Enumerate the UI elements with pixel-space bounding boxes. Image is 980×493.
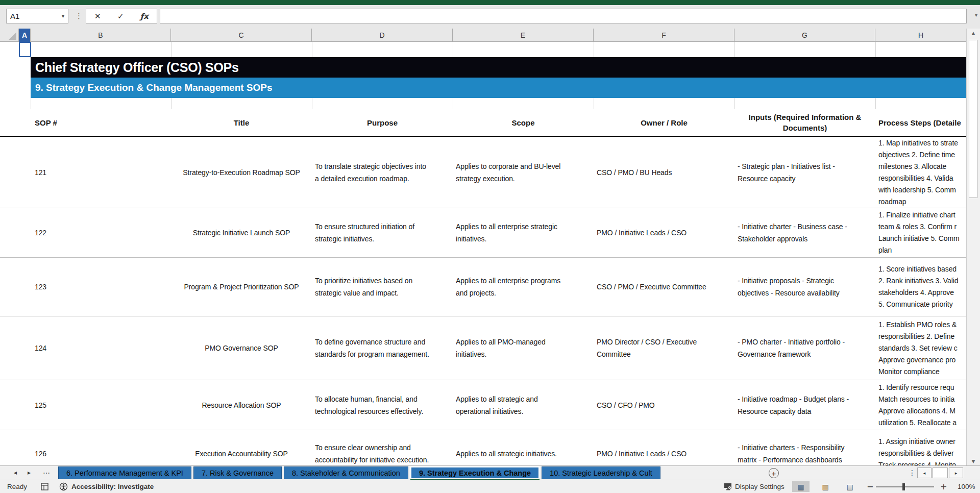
insert-function-icon[interactable]: ƒx bbox=[140, 12, 149, 21]
cell-inputs[interactable]: - Initiative roadmap - Budget plans - Re… bbox=[738, 380, 872, 430]
cancel-icon[interactable]: ✕ bbox=[94, 12, 101, 21]
scroll-left-icon[interactable]: ◂ bbox=[917, 467, 932, 478]
accessibility-status[interactable]: Accessibility: Investigate bbox=[71, 480, 154, 493]
column-header-f[interactable]: F bbox=[594, 29, 734, 42]
zoom-out-icon[interactable]: − bbox=[867, 480, 873, 493]
name-box-dropdown-icon[interactable]: ▾ bbox=[62, 13, 64, 19]
macro-record-icon[interactable] bbox=[41, 480, 48, 493]
cell-scope[interactable]: Applies to all enterprise programs and p… bbox=[456, 258, 591, 316]
cell-purpose[interactable]: To define governance structure and stand… bbox=[315, 316, 450, 380]
name-box[interactable]: A1 ▾ bbox=[6, 9, 68, 23]
cell-title[interactable]: Resource Allocation SOP bbox=[171, 380, 312, 430]
header-purpose[interactable]: Purpose bbox=[315, 109, 450, 136]
cell-sop[interactable]: 125 bbox=[35, 380, 167, 430]
column-header-h[interactable]: H bbox=[875, 29, 966, 42]
cell-inputs[interactable]: - Initiative proposals - Strategic objec… bbox=[738, 258, 872, 316]
tab-more-icon[interactable]: … bbox=[43, 467, 50, 475]
cell-steps[interactable]: 1. Finalize initiative chart team & role… bbox=[878, 208, 966, 257]
sheet-tab-stakeholder-communication[interactable]: 8. Stakeholder & Communication bbox=[284, 466, 408, 479]
accessibility-icon[interactable] bbox=[59, 480, 68, 493]
header-scope[interactable]: Scope bbox=[456, 109, 591, 136]
cell-inputs[interactable]: - Strategic plan - Initiatives list - Re… bbox=[738, 137, 872, 208]
cell-owner[interactable]: CSO / CFO / PMO bbox=[597, 380, 731, 430]
vertical-scrollbar[interactable]: ▲ ▼ bbox=[966, 29, 980, 465]
cell-steps[interactable]: 1. Assign initiative owner responsibilit… bbox=[878, 430, 966, 465]
sheet-tab-risk-governance[interactable]: 7. Risk & Governance bbox=[193, 466, 282, 479]
header-inputs[interactable]: Inputs (Required Information & Documents… bbox=[738, 109, 872, 136]
zoom-slider-track[interactable] bbox=[876, 486, 934, 487]
empty-row-4[interactable] bbox=[0, 98, 966, 109]
cell-owner[interactable]: PMO / Initiative Leads / CSO bbox=[597, 430, 731, 465]
vertical-scrollbar-thumb[interactable] bbox=[969, 40, 977, 198]
section-title-band[interactable]: 9. Strategy Execution & Change Managemen… bbox=[31, 78, 966, 98]
selected-cell-a1[interactable] bbox=[19, 42, 31, 57]
cell-steps[interactable]: 1. Establish PMO roles & responsibilitie… bbox=[878, 316, 966, 380]
cell-steps[interactable]: 1. Score initiatives based 2. Rank initi… bbox=[878, 258, 966, 316]
cell-purpose[interactable]: To ensure clear ownership and accountabi… bbox=[315, 430, 450, 465]
sheet-tab-strategy-execution[interactable]: 9. Strategy Execution & Change bbox=[410, 466, 540, 479]
zoom-slider-thumb[interactable] bbox=[902, 483, 905, 490]
sheet-title-band[interactable]: Chief Strategy Officer (CSO) SOPs bbox=[31, 57, 966, 78]
zoom-in-icon[interactable]: + bbox=[940, 480, 947, 493]
view-page-layout-icon[interactable]: ▥ bbox=[817, 481, 834, 492]
cell-scope[interactable]: Applies to corporate and BU-level strate… bbox=[456, 137, 591, 208]
cell-scope[interactable]: Applies to all strategic and operational… bbox=[456, 380, 591, 430]
column-header-b[interactable]: B bbox=[31, 29, 171, 42]
view-page-break-icon[interactable]: ▤ bbox=[841, 481, 859, 492]
cell-scope[interactable]: Applies to all PMO-managed initiatives. bbox=[456, 316, 591, 380]
column-header-a[interactable]: A bbox=[19, 29, 31, 42]
cell-scope[interactable]: Applies to all enterprise strategic init… bbox=[456, 208, 591, 257]
cell-inputs[interactable]: - Initiative charters - Responsibility m… bbox=[738, 430, 872, 465]
horizontal-scrollbar-thumb[interactable] bbox=[933, 467, 948, 478]
cell-owner[interactable]: CSO / PMO / Executive Committee bbox=[597, 258, 731, 316]
sheet-tab-strategic-leadership[interactable]: 10. Strategic Leadership & Cult bbox=[542, 466, 660, 479]
view-normal-icon[interactable]: ▦ bbox=[792, 481, 810, 492]
cell-title[interactable]: Strategy-to-Execution Roadmap SOP bbox=[171, 137, 312, 208]
scroll-up-icon[interactable]: ▲ bbox=[967, 31, 980, 36]
cell-purpose[interactable]: To ensure structured initiation of strat… bbox=[315, 208, 450, 257]
cell-scope[interactable]: Applies to all strategic initiatives. bbox=[456, 430, 591, 465]
cell-title[interactable]: Execution Accountability SOP bbox=[171, 430, 312, 465]
formula-more-icon[interactable]: ⋮ bbox=[75, 11, 83, 20]
column-header-c[interactable]: C bbox=[171, 29, 312, 42]
tabbar-more-icon[interactable]: ⋮ bbox=[909, 469, 916, 477]
cell-steps[interactable]: 1. Map initiatives to strate objectives … bbox=[878, 137, 966, 208]
scroll-down-icon[interactable]: ▼ bbox=[967, 459, 980, 464]
empty-row-1[interactable] bbox=[0, 42, 966, 57]
scroll-right-icon[interactable]: ▸ bbox=[949, 467, 963, 478]
cell-title[interactable]: Strategic Initiative Launch SOP bbox=[171, 208, 312, 257]
new-sheet-button[interactable]: + bbox=[769, 468, 779, 478]
zoom-level[interactable]: 100% bbox=[958, 480, 975, 493]
cell-inputs[interactable]: - Initiative charter - Business case - S… bbox=[738, 208, 872, 257]
column-header-g[interactable]: G bbox=[734, 29, 875, 42]
cell-purpose[interactable]: To allocate human, financial, and techno… bbox=[315, 380, 450, 430]
cell-owner[interactable]: PMO / Initiative Leads / CSO bbox=[597, 208, 731, 257]
header-title[interactable]: Title bbox=[171, 109, 312, 136]
cell-steps[interactable]: 1. Identify resource requ Match resource… bbox=[878, 380, 966, 430]
cell-purpose[interactable]: To translate strategic objectives into a… bbox=[315, 137, 450, 208]
tab-scroll-left-icon[interactable]: ◂ bbox=[14, 469, 17, 476]
header-steps[interactable]: Process Steps (Detaile bbox=[878, 109, 966, 136]
enter-icon[interactable]: ✓ bbox=[117, 12, 124, 21]
display-settings-icon[interactable] bbox=[724, 480, 732, 493]
formula-bar-collapse-icon[interactable]: ▾ bbox=[975, 12, 977, 18]
cell-sop[interactable]: 126 bbox=[35, 430, 167, 465]
sheet-tab-performance-kpi[interactable]: 6. Performance Management & KPI bbox=[58, 466, 191, 479]
cell-owner[interactable]: PMO Director / CSO / Executive Committee bbox=[597, 316, 731, 380]
column-header-e[interactable]: E bbox=[453, 29, 594, 42]
cell-title[interactable]: PMO Governance SOP bbox=[171, 316, 312, 380]
column-header-d[interactable]: D bbox=[312, 29, 453, 42]
cell-sop[interactable]: 121 bbox=[35, 137, 167, 208]
header-owner[interactable]: Owner / Role bbox=[597, 109, 731, 136]
cell-sop[interactable]: 123 bbox=[35, 258, 167, 316]
cell-sop[interactable]: 124 bbox=[35, 316, 167, 380]
cell-title[interactable]: Program & Project Prioritization SOP bbox=[171, 258, 312, 316]
tab-scroll-right-icon[interactable]: ▸ bbox=[28, 469, 31, 476]
select-all-button[interactable] bbox=[0, 29, 19, 42]
header-sop[interactable]: SOP # bbox=[35, 109, 167, 136]
formula-input[interactable] bbox=[160, 9, 967, 23]
display-settings-label[interactable]: Display Settings bbox=[735, 480, 785, 493]
cell-inputs[interactable]: - PMO charter - Initiative portfolio - G… bbox=[738, 316, 872, 380]
horizontal-scrollbar[interactable]: ◂ ▸ bbox=[917, 467, 973, 478]
cell-sop[interactable]: 122 bbox=[35, 208, 167, 257]
